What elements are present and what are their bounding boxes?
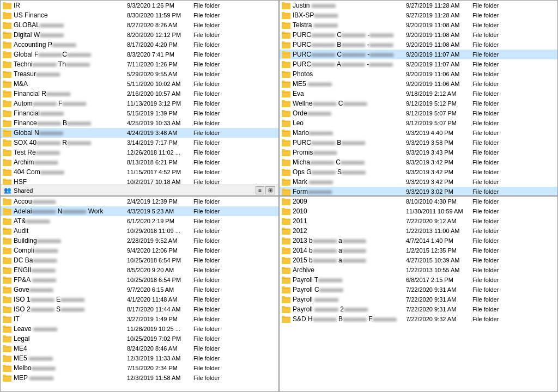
list-item[interactable]: Accounting Pxxxxxxxx8/17/2020 4:20 PMFil…: [1, 40, 278, 50]
folder-icon: [282, 315, 290, 323]
list-item[interactable]: ME5 xxxxxxxx9/20/2019 11:06 AMFile folde…: [280, 79, 557, 89]
list-item[interactable]: 2015 bxxxxxxxx axxxxxxxx4/27/2015 10:39 …: [280, 255, 557, 265]
list-item[interactable]: Archimxxxxxxxx8/13/2018 6:21 PMFile fold…: [1, 157, 278, 167]
list-item[interactable]: Treasurxxxxxxxx5/29/2020 9:55 AMFile fol…: [1, 69, 278, 79]
list-item[interactable]: IR9/3/2020 1:26 PMFile folder: [1, 1, 278, 10]
file-type: File folder: [193, 208, 237, 215]
list-item[interactable]: Audit10/29/2018 11:09 ...File folder: [1, 226, 278, 236]
list-item[interactable]: FP&A xxxxxxxx10/25/2018 6:54 PMFile fold…: [1, 275, 278, 285]
file-type: File folder: [472, 110, 516, 117]
folder-icon: [282, 119, 290, 127]
list-item[interactable]: Melboxxxxxxxx7/15/2020 2:34 PMFile folde…: [1, 363, 278, 373]
file-list-top-right[interactable]: Justin xxxxxxxx9/27/2019 11:28 AMFile fo…: [280, 1, 557, 195]
list-item[interactable]: DC Baxxxxxxxx10/25/2018 6:54 PMFile fold…: [1, 255, 278, 265]
list-item[interactable]: PURCxxxxxxxx Bxxxxxxxx -xxxxxxxx9/20/201…: [280, 40, 557, 50]
list-item[interactable]: 2014 bxxxxxxxx axxxxxxxx1/2/2015 12:35 P…: [280, 246, 557, 255]
list-item[interactable]: US Finance8/30/2020 11:59 PMFile folder: [1, 10, 278, 20]
list-item[interactable]: 2013 bxxxxxxxx axxxxxxxx4/7/2014 1:40 PM…: [280, 236, 557, 246]
file-name: IR: [14, 2, 123, 9]
list-item[interactable]: Ops Gxxxxxxxx Sxxxxxxxx9/3/2019 3:42 PMF…: [280, 167, 557, 177]
list-item[interactable]: IBX-SPxxxxxxxx9/27/2019 11:28 AMFile fol…: [280, 10, 557, 20]
list-item[interactable]: Financialxxxxxxxx5/15/2019 1:39 PMFile f…: [1, 108, 278, 118]
list-item[interactable]: ISO 1xxxxxxxx Exxxxxxxx4/1/2020 11:48 AM…: [1, 295, 278, 304]
list-item[interactable]: Justin xxxxxxxx9/27/2019 11:28 AMFile fo…: [280, 1, 557, 10]
list-item[interactable]: 20098/10/2010 4:30 PMFile folder: [280, 197, 557, 206]
list-item[interactable]: AT&xxxxxxxx6/1/2020 2:19 PMFile folder: [1, 216, 278, 226]
list-item[interactable]: Mark xxxxxxxx9/3/2019 3:42 PMFile folder: [280, 177, 557, 187]
file-date: 1/22/2013 10:55 AM: [402, 267, 472, 273]
list-item[interactable]: ME48/24/2020 8:46 AMFile folder: [1, 344, 278, 353]
folder-icon: [282, 2, 290, 9]
list-item[interactable]: 404 Comxxxxxxxx11/15/2017 4:52 PMFile fo…: [1, 167, 278, 177]
file-name: DC Baxxxxxxxx: [14, 256, 123, 264]
list-item[interactable]: Leo9/12/2019 5:07 PMFile folder: [280, 118, 557, 128]
panel-top-right: Justin xxxxxxxx9/27/2019 11:28 AMFile fo…: [280, 1, 557, 195]
list-item[interactable]: Digital Wxxxxxxxx8/20/2020 12:12 PMFile …: [1, 30, 278, 40]
list-item[interactable]: S&D Hxxxxxxxx Bxxxxxxxx Fxxxxxxxx7/22/20…: [280, 314, 557, 324]
list-item[interactable]: IT3/27/2019 1:49 PMFile folder: [1, 314, 278, 324]
file-date: 9/3/2019 3:58 PM: [402, 139, 472, 146]
list-item[interactable]: Financexxxxxxxx Bxxxxxxxx4/25/2019 10:33…: [1, 118, 278, 128]
folder-icon: [3, 80, 11, 88]
list-item[interactable]: Eva9/18/2019 2:12 AMFile folder: [280, 89, 557, 99]
file-date: 9/3/2019 3:43 PM: [402, 149, 472, 156]
list-item[interactable]: ME5 xxxxxxxx12/3/2019 11:33 AMFile folde…: [1, 353, 278, 363]
list-item[interactable]: M&A5/11/2020 10:02 AMFile folder: [1, 79, 278, 89]
list-item[interactable]: Michaxxxxxxxx Cxxxxxxxx9/3/2019 3:42 PMF…: [280, 157, 557, 167]
file-date: 10/25/2018 6:54 PM: [123, 257, 193, 264]
list-item[interactable]: Payroll xxxxxxxx 2xxxxxxxx7/22/2020 9:31…: [280, 304, 557, 314]
list-item[interactable]: Photos9/20/2019 11:06 AMFile folder: [280, 69, 557, 79]
file-date: 2/16/2020 10:57 AM: [123, 90, 193, 97]
list-item[interactable]: PURCxxxxxxxx Cxxxxxxxx -xxxxxxxx9/20/201…: [280, 30, 557, 40]
detail-view-btn[interactable]: ⊞: [265, 186, 275, 194]
list-item[interactable]: Payroll Cxxxxxxxx7/22/2020 9:31 AMFile f…: [280, 285, 557, 295]
list-item[interactable]: Ordexxxxxxxx9/12/2019 5:07 PMFile folder: [280, 108, 557, 118]
file-list-bottom-left[interactable]: Accouxxxxxxxx2/4/2019 12:39 PMFile folde…: [1, 197, 278, 391]
list-item[interactable]: Telstra xxxxxxxx9/20/2019 11:08 AMFile f…: [280, 20, 557, 30]
list-item[interactable]: Wellnexxxxxxxx Cxxxxxxxx9/12/2019 5:12 P…: [280, 99, 557, 108]
list-item[interactable]: Automxxxxxxxx Fxxxxxxxx11/13/2019 3:12 P…: [1, 99, 278, 108]
list-item[interactable]: ISO 2xxxxxxxx Sxxxxxxxx8/17/2020 11:44 A…: [1, 304, 278, 314]
list-item[interactable]: PURCxxxxxxxx Axxxxxxxx -xxxxxxxx9/20/201…: [280, 59, 557, 69]
list-item[interactable]: ENGIIxxxxxxxx8/5/2020 9:20 AMFile folder: [1, 265, 278, 275]
list-item[interactable]: Complixxxxxxxx9/4/2020 12:06 PMFile fold…: [1, 246, 278, 255]
list-item[interactable]: Promisxxxxxxxx9/3/2019 3:43 PMFile folde…: [280, 148, 557, 157]
view-toggle[interactable]: ≡ ⊞: [256, 186, 275, 194]
list-item[interactable]: PURCxxxxxxxx Bxxxxxxxx9/3/2019 3:58 PMFi…: [280, 138, 557, 148]
file-name: Leo: [293, 119, 402, 127]
folder-icon: [3, 60, 11, 68]
file-name: Payroll Txxxxxxxx: [293, 276, 402, 284]
list-item[interactable]: 201011/30/2011 10:59 AMFile folder: [280, 206, 557, 216]
list-item[interactable]: HSF10/2/2017 10:18 AMFile folder: [1, 177, 278, 185]
list-item[interactable]: SOX 40xxxxxxxx Rxxxxxxxx3/14/2019 7:17 P…: [1, 138, 278, 148]
list-item[interactable]: Technixxxxxxxx Thxxxxxxxx7/11/2020 1:26 …: [1, 59, 278, 69]
list-item[interactable]: MEP xxxxxxxx12/3/2019 11:58 AMFile folde…: [1, 373, 278, 383]
file-name: SOX 40xxxxxxxx Rxxxxxxxx: [14, 139, 123, 146]
list-item[interactable]: 20117/22/2020 9:12 AMFile folder: [280, 216, 557, 226]
list-item[interactable]: Payroll xxxxxxxx7/22/2020 9:31 AMFile fo…: [280, 295, 557, 304]
list-item[interactable]: Global Nxxxxxxxx4/24/2019 3:48 AMFile fo…: [1, 128, 278, 138]
list-item[interactable]: GLOBALxxxxxxxx8/27/2020 8:26 AMFile fold…: [1, 20, 278, 30]
list-item[interactable]: Marioxxxxxxxx9/3/2019 4:40 PMFile folder: [280, 128, 557, 138]
file-list-bottom-right[interactable]: 20098/10/2010 4:30 PMFile folder 201011/…: [280, 197, 557, 391]
file-date: 11/28/2019 10:25 ...: [123, 326, 193, 332]
list-item[interactable]: Payroll Txxxxxxxx6/8/2017 2:15 PMFile fo…: [280, 275, 557, 285]
file-type: File folder: [472, 139, 516, 146]
list-item[interactable]: 20121/22/2013 11:00 AMFile folder: [280, 226, 557, 236]
file-type: File folder: [193, 110, 237, 117]
list-item[interactable]: Global FxxxxxxxxCxxxxxxxx8/3/2020 7:41 P…: [1, 50, 278, 59]
list-item[interactable]: Financial Rxxxxxxxx2/16/2020 10:57 AMFil…: [1, 89, 278, 99]
list-item[interactable]: Test Rexxxxxxxx12/26/2018 11:02 ...File …: [1, 148, 278, 157]
list-item[interactable]: PURCxxxxxxxx Cxxxxxxxx -xxxxxxxx9/20/201…: [280, 50, 557, 59]
list-item[interactable]: Govexxxxxxxx9/7/2020 6:15 AMFile folder: [1, 285, 278, 295]
list-item[interactable]: Leave xxxxxxxx11/28/2019 10:25 ...File f…: [1, 324, 278, 334]
file-list-top-left[interactable]: IR9/3/2020 1:26 PMFile folder US Finance…: [1, 1, 278, 185]
file-name: Global FxxxxxxxxCxxxxxxxx: [14, 51, 123, 58]
list-item[interactable]: Legal10/25/2019 7:02 PMFile folder: [1, 334, 278, 344]
list-item[interactable]: Archive1/22/2013 10:55 AMFile folder: [280, 265, 557, 275]
list-view-btn[interactable]: ≡: [256, 186, 264, 194]
list-item[interactable]: Formxxxxxxxx9/3/2019 3:02 PMFile folder: [280, 187, 557, 195]
list-item[interactable]: Adelaixxxxxxxx Nxxxxxxxx Work4/3/2019 5:…: [1, 206, 278, 216]
list-item[interactable]: Accouxxxxxxxx2/4/2019 12:39 PMFile folde…: [1, 197, 278, 206]
list-item[interactable]: Buildingxxxxxxxx2/28/2019 9:52 AMFile fo…: [1, 236, 278, 246]
